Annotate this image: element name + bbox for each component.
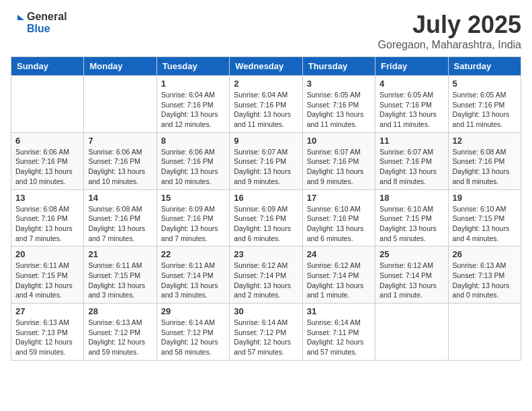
title-area: July 2025 Goregaon, Maharashtra, India xyxy=(378,11,521,51)
weekday-header: Friday xyxy=(375,57,448,76)
weekday-header: Tuesday xyxy=(157,57,229,76)
day-info: Sunrise: 6:05 AM Sunset: 7:16 PM Dayligh… xyxy=(453,90,517,130)
day-info: Sunrise: 6:14 AM Sunset: 7:12 PM Dayligh… xyxy=(234,318,298,357)
day-number: 10 xyxy=(307,136,371,146)
day-number: 31 xyxy=(307,306,371,316)
calendar-cell: 24Sunrise: 6:12 AM Sunset: 7:14 PM Dayli… xyxy=(302,246,375,304)
day-info: Sunrise: 6:08 AM Sunset: 7:16 PM Dayligh… xyxy=(88,204,152,244)
day-number: 30 xyxy=(234,306,298,316)
logo-general: General xyxy=(27,11,67,23)
calendar-week-row: 1Sunrise: 6:04 AM Sunset: 7:16 PM Daylig… xyxy=(11,76,521,133)
day-number: 11 xyxy=(380,136,443,146)
calendar-cell xyxy=(375,304,448,361)
calendar-cell: 28Sunrise: 6:13 AM Sunset: 7:12 PM Dayli… xyxy=(84,304,157,361)
day-number: 2 xyxy=(234,79,298,89)
calendar-cell xyxy=(448,304,521,361)
day-number: 6 xyxy=(15,136,79,146)
calendar-cell: 6Sunrise: 6:06 AM Sunset: 7:16 PM Daylig… xyxy=(11,132,84,189)
logo-flag-icon xyxy=(11,15,24,31)
day-info: Sunrise: 6:09 AM Sunset: 7:16 PM Dayligh… xyxy=(161,204,225,244)
day-number: 15 xyxy=(161,193,225,203)
calendar-cell: 20Sunrise: 6:11 AM Sunset: 7:15 PM Dayli… xyxy=(11,246,84,304)
calendar-cell: 14Sunrise: 6:08 AM Sunset: 7:16 PM Dayli… xyxy=(84,189,157,246)
day-info: Sunrise: 6:05 AM Sunset: 7:16 PM Dayligh… xyxy=(307,90,371,130)
calendar-cell: 17Sunrise: 6:10 AM Sunset: 7:16 PM Dayli… xyxy=(302,189,375,246)
calendar-cell: 22Sunrise: 6:11 AM Sunset: 7:14 PM Dayli… xyxy=(157,246,229,304)
calendar-cell: 1Sunrise: 6:04 AM Sunset: 7:16 PM Daylig… xyxy=(157,76,229,133)
day-number: 28 xyxy=(88,306,152,316)
calendar-cell: 25Sunrise: 6:12 AM Sunset: 7:14 PM Dayli… xyxy=(375,246,448,304)
calendar: SundayMondayTuesdayWednesdayThursdayFrid… xyxy=(11,56,521,361)
month-title: July 2025 xyxy=(378,11,521,39)
calendar-cell: 3Sunrise: 6:05 AM Sunset: 7:16 PM Daylig… xyxy=(302,76,375,133)
calendar-cell: 21Sunrise: 6:11 AM Sunset: 7:15 PM Dayli… xyxy=(84,246,157,304)
calendar-cell: 18Sunrise: 6:10 AM Sunset: 7:15 PM Dayli… xyxy=(375,189,448,246)
day-number: 8 xyxy=(161,136,225,146)
calendar-cell: 19Sunrise: 6:10 AM Sunset: 7:15 PM Dayli… xyxy=(448,189,521,246)
day-info: Sunrise: 6:13 AM Sunset: 7:13 PM Dayligh… xyxy=(15,318,79,357)
day-info: Sunrise: 6:14 AM Sunset: 7:12 PM Dayligh… xyxy=(161,318,225,357)
day-number: 24 xyxy=(307,249,371,259)
calendar-cell: 12Sunrise: 6:08 AM Sunset: 7:16 PM Dayli… xyxy=(448,132,521,189)
day-info: Sunrise: 6:10 AM Sunset: 7:15 PM Dayligh… xyxy=(380,204,443,244)
day-number: 17 xyxy=(307,193,371,203)
day-number: 19 xyxy=(453,193,517,203)
day-info: Sunrise: 6:10 AM Sunset: 7:16 PM Dayligh… xyxy=(307,204,371,244)
day-number: 9 xyxy=(234,136,298,146)
calendar-cell: 27Sunrise: 6:13 AM Sunset: 7:13 PM Dayli… xyxy=(11,304,84,361)
logo: General Blue xyxy=(11,11,67,34)
day-info: Sunrise: 6:06 AM Sunset: 7:16 PM Dayligh… xyxy=(88,147,152,187)
day-number: 3 xyxy=(307,79,371,89)
day-number: 26 xyxy=(453,249,517,259)
day-info: Sunrise: 6:12 AM Sunset: 7:14 PM Dayligh… xyxy=(234,261,298,300)
day-number: 13 xyxy=(15,193,79,203)
calendar-cell: 9Sunrise: 6:07 AM Sunset: 7:16 PM Daylig… xyxy=(230,132,302,189)
calendar-cell: 29Sunrise: 6:14 AM Sunset: 7:12 PM Dayli… xyxy=(157,304,229,361)
day-number: 18 xyxy=(380,193,443,203)
svg-marker-0 xyxy=(17,15,24,20)
day-info: Sunrise: 6:06 AM Sunset: 7:16 PM Dayligh… xyxy=(161,147,225,187)
day-number: 29 xyxy=(161,306,225,316)
day-info: Sunrise: 6:12 AM Sunset: 7:14 PM Dayligh… xyxy=(307,261,371,300)
calendar-cell: 15Sunrise: 6:09 AM Sunset: 7:16 PM Dayli… xyxy=(157,189,229,246)
day-number: 22 xyxy=(161,249,225,259)
location-title: Goregaon, Maharashtra, India xyxy=(378,39,521,51)
calendar-cell: 4Sunrise: 6:05 AM Sunset: 7:16 PM Daylig… xyxy=(375,76,448,133)
day-info: Sunrise: 6:14 AM Sunset: 7:11 PM Dayligh… xyxy=(307,318,371,357)
calendar-cell: 10Sunrise: 6:07 AM Sunset: 7:16 PM Dayli… xyxy=(302,132,375,189)
day-number: 14 xyxy=(88,193,152,203)
logo-blue: Blue xyxy=(27,23,67,35)
calendar-cell: 2Sunrise: 6:04 AM Sunset: 7:16 PM Daylig… xyxy=(230,76,302,133)
calendar-cell: 30Sunrise: 6:14 AM Sunset: 7:12 PM Dayli… xyxy=(230,304,302,361)
weekday-header-row: SundayMondayTuesdayWednesdayThursdayFrid… xyxy=(11,57,521,76)
day-info: Sunrise: 6:04 AM Sunset: 7:16 PM Dayligh… xyxy=(161,90,225,130)
calendar-cell: 5Sunrise: 6:05 AM Sunset: 7:16 PM Daylig… xyxy=(448,76,521,133)
day-number: 21 xyxy=(88,249,152,259)
calendar-week-row: 6Sunrise: 6:06 AM Sunset: 7:16 PM Daylig… xyxy=(11,132,521,189)
calendar-cell: 13Sunrise: 6:08 AM Sunset: 7:16 PM Dayli… xyxy=(11,189,84,246)
calendar-cell: 31Sunrise: 6:14 AM Sunset: 7:11 PM Dayli… xyxy=(302,304,375,361)
calendar-cell: 26Sunrise: 6:13 AM Sunset: 7:13 PM Dayli… xyxy=(448,246,521,304)
day-number: 1 xyxy=(161,79,225,89)
calendar-cell: 8Sunrise: 6:06 AM Sunset: 7:16 PM Daylig… xyxy=(157,132,229,189)
day-number: 4 xyxy=(380,79,443,89)
day-number: 5 xyxy=(453,79,517,89)
day-info: Sunrise: 6:05 AM Sunset: 7:16 PM Dayligh… xyxy=(380,90,443,130)
day-info: Sunrise: 6:07 AM Sunset: 7:16 PM Dayligh… xyxy=(234,147,298,187)
day-info: Sunrise: 6:09 AM Sunset: 7:16 PM Dayligh… xyxy=(234,204,298,244)
day-info: Sunrise: 6:07 AM Sunset: 7:16 PM Dayligh… xyxy=(380,147,443,187)
day-info: Sunrise: 6:08 AM Sunset: 7:16 PM Dayligh… xyxy=(15,204,79,244)
weekday-header: Saturday xyxy=(448,57,521,76)
day-info: Sunrise: 6:11 AM Sunset: 7:15 PM Dayligh… xyxy=(88,261,152,300)
calendar-cell: 16Sunrise: 6:09 AM Sunset: 7:16 PM Dayli… xyxy=(230,189,302,246)
weekday-header: Wednesday xyxy=(230,57,302,76)
calendar-week-row: 20Sunrise: 6:11 AM Sunset: 7:15 PM Dayli… xyxy=(11,246,521,304)
day-info: Sunrise: 6:11 AM Sunset: 7:15 PM Dayligh… xyxy=(15,261,79,300)
day-info: Sunrise: 6:04 AM Sunset: 7:16 PM Dayligh… xyxy=(234,90,298,130)
calendar-cell: 7Sunrise: 6:06 AM Sunset: 7:16 PM Daylig… xyxy=(84,132,157,189)
day-info: Sunrise: 6:10 AM Sunset: 7:15 PM Dayligh… xyxy=(453,204,517,244)
calendar-cell xyxy=(11,76,84,133)
day-number: 16 xyxy=(234,193,298,203)
calendar-week-row: 13Sunrise: 6:08 AM Sunset: 7:16 PM Dayli… xyxy=(11,189,521,246)
day-info: Sunrise: 6:13 AM Sunset: 7:12 PM Dayligh… xyxy=(88,318,152,357)
